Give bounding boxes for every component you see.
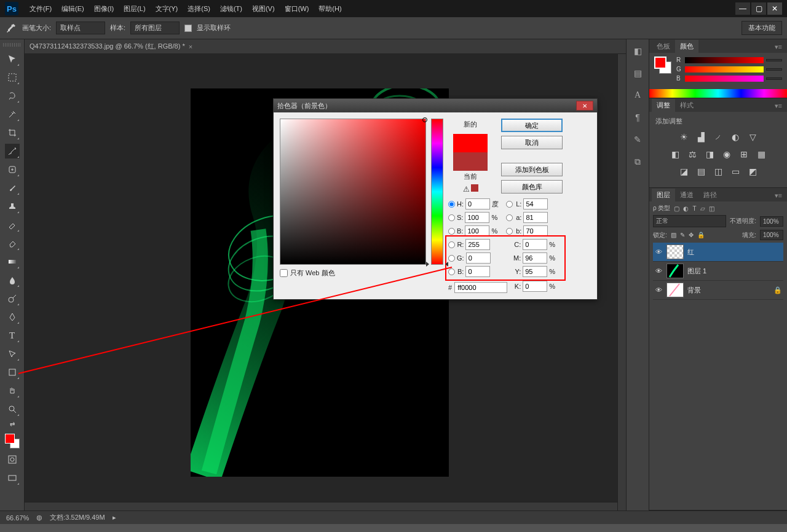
- color-library-button[interactable]: 颜色库: [501, 180, 563, 194]
- workspace-button[interactable]: 基本功能: [742, 21, 782, 35]
- lock-pos-icon[interactable]: ✥: [689, 232, 694, 238]
- spectrum-bar[interactable]: [649, 89, 787, 98]
- visibility-icon[interactable]: 👁: [654, 286, 663, 294]
- c-input[interactable]: [523, 239, 547, 250]
- eyedropper-tool[interactable]: [5, 144, 20, 158]
- color-panel-swatches[interactable]: [654, 57, 671, 74]
- g-value[interactable]: [766, 68, 782, 71]
- actions-panel-icon[interactable]: ▤: [631, 66, 644, 80]
- bv-radio[interactable]: [448, 228, 455, 235]
- color-tab[interactable]: 颜色: [675, 40, 698, 53]
- swap-colors-icon[interactable]: ⇄: [5, 420, 20, 428]
- panel-menu-icon[interactable]: ▾≡: [772, 41, 785, 53]
- close-doc-icon[interactable]: ×: [189, 43, 192, 50]
- add-swatch-button[interactable]: 添加到色板: [501, 163, 563, 176]
- bc-radio[interactable]: [448, 268, 455, 275]
- history-panel-icon[interactable]: ◧: [631, 44, 644, 58]
- b2-radio[interactable]: [506, 228, 513, 235]
- channels-tab[interactable]: 通道: [675, 189, 698, 201]
- fill-value[interactable]: 100%: [760, 230, 783, 240]
- channel-mixer-icon[interactable]: ⊞: [738, 148, 750, 160]
- gamut-swatch[interactable]: [471, 184, 478, 192]
- document-tab[interactable]: Q473731124132373533.jpg @ 66.7% (红, RGB/…: [25, 39, 626, 54]
- move-tool[interactable]: [5, 52, 20, 66]
- show-ring-checkbox[interactable]: ✓: [184, 25, 192, 32]
- visibility-icon[interactable]: 👁: [654, 248, 663, 256]
- filter-shape-icon[interactable]: ▱: [700, 205, 705, 212]
- hue-icon[interactable]: ◧: [669, 148, 681, 160]
- path-select-tool[interactable]: [5, 346, 20, 361]
- char-panel-icon[interactable]: A: [631, 88, 644, 102]
- k-input[interactable]: [523, 281, 547, 292]
- hue-slider[interactable]: [431, 119, 443, 265]
- sample-select[interactable]: 所有图层: [130, 22, 180, 34]
- quickmask-tool[interactable]: [5, 452, 20, 467]
- filter-smart-icon[interactable]: ◫: [709, 205, 714, 212]
- doc-info[interactable]: 文档:3.52M/9.49M: [50, 513, 105, 522]
- l-radio[interactable]: [506, 201, 513, 208]
- threshold-icon[interactable]: ◫: [712, 165, 724, 178]
- g-radio[interactable]: [448, 255, 455, 262]
- panel-menu-icon[interactable]: ▾≡: [772, 100, 785, 112]
- layer-row[interactable]: 👁 红: [653, 243, 783, 262]
- brush-tool[interactable]: [5, 181, 20, 195]
- toolbar-handle[interactable]: [3, 43, 22, 47]
- menu-window[interactable]: 窗口(W): [281, 3, 313, 15]
- hand-tool[interactable]: [5, 383, 20, 398]
- clone-panel-icon[interactable]: ⧉: [631, 155, 644, 168]
- invert-icon[interactable]: ◪: [678, 165, 690, 178]
- dialog-titlebar[interactable]: 拾色器（前景色） ✕: [274, 99, 597, 112]
- a-input[interactable]: [523, 212, 548, 223]
- styles-tab[interactable]: 样式: [675, 99, 698, 112]
- filter-adjust-icon[interactable]: ◐: [683, 205, 689, 212]
- panel-menu-icon[interactable]: ▾≡: [772, 190, 785, 201]
- h-input[interactable]: [465, 198, 490, 209]
- exposure-icon[interactable]: ◐: [729, 131, 742, 143]
- web-only-checkbox[interactable]: 只有 Web 颜色: [280, 268, 426, 278]
- adjustments-tab[interactable]: 调整: [652, 99, 675, 112]
- menu-layer[interactable]: 图层(L): [120, 3, 149, 15]
- lock-paint-icon[interactable]: ✎: [680, 232, 685, 238]
- menu-edit[interactable]: 编辑(E): [58, 3, 88, 15]
- s-input[interactable]: [465, 212, 489, 223]
- gradient-tool[interactable]: [5, 254, 20, 269]
- r-input[interactable]: [465, 239, 490, 250]
- blend-mode-select[interactable]: 正常: [653, 215, 726, 227]
- l-input[interactable]: [523, 198, 548, 209]
- heal-tool[interactable]: [5, 162, 20, 177]
- bw-icon[interactable]: ◨: [703, 148, 716, 160]
- dialog-close-button[interactable]: ✕: [576, 101, 593, 111]
- r-slider[interactable]: [685, 57, 764, 63]
- layer-row[interactable]: 👁 图层 1: [653, 262, 783, 281]
- colorbal-icon[interactable]: ⚖: [686, 148, 698, 160]
- brush-panel-icon[interactable]: ✎: [631, 133, 644, 146]
- gradmap-icon[interactable]: ▭: [729, 165, 742, 178]
- r-radio[interactable]: [448, 241, 455, 248]
- b-slider[interactable]: [685, 76, 764, 82]
- hex-input[interactable]: [454, 282, 507, 293]
- selective-icon[interactable]: ◩: [746, 165, 759, 178]
- lock-trans-icon[interactable]: ▨: [671, 232, 676, 238]
- menu-select[interactable]: 选择(S): [184, 3, 214, 15]
- marquee-tool[interactable]: [5, 70, 20, 85]
- swatches-tab[interactable]: 色板: [652, 40, 675, 53]
- paragraph-panel-icon[interactable]: ¶: [631, 111, 644, 124]
- visibility-icon[interactable]: 👁: [654, 267, 663, 275]
- ok-button[interactable]: 确定: [501, 119, 563, 132]
- levels-icon[interactable]: ▟: [695, 131, 707, 143]
- h-radio[interactable]: [448, 201, 455, 208]
- lookup-icon[interactable]: ▦: [755, 148, 767, 160]
- scrollbar-vertical[interactable]: [617, 54, 626, 510]
- blur-tool[interactable]: [5, 273, 20, 288]
- history-brush-tool[interactable]: [5, 217, 20, 232]
- zoom-level[interactable]: 66.67%: [6, 514, 29, 522]
- layer-name[interactable]: 图层 1: [687, 267, 706, 276]
- s-radio[interactable]: [448, 214, 455, 221]
- color-field[interactable]: [280, 119, 426, 265]
- a-radio[interactable]: [506, 214, 513, 221]
- layer-name[interactable]: 背景: [687, 286, 701, 295]
- panel-foreground[interactable]: [654, 57, 666, 69]
- g-input[interactable]: [466, 252, 491, 264]
- filter-text-icon[interactable]: T: [692, 205, 696, 212]
- vibrance-icon[interactable]: ▽: [746, 131, 759, 143]
